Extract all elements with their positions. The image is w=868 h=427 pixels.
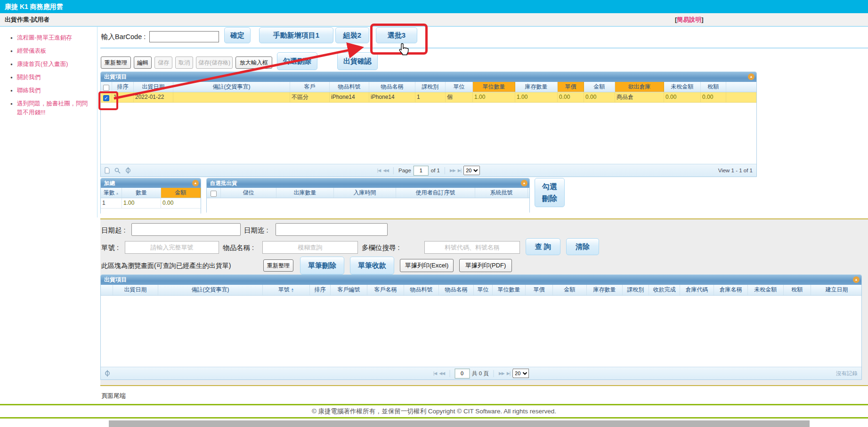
- column-header[interactable]: 儲位: [221, 188, 276, 198]
- select-all-checkbox[interactable]: [103, 85, 109, 91]
- column-header[interactable]: 備註(交貨事宜): [158, 285, 263, 295]
- column-header[interactable]: 單價: [558, 82, 584, 92]
- column-header[interactable]: 倉庫代碼: [680, 285, 714, 295]
- single-receive-button[interactable]: 單筆收款: [350, 257, 394, 274]
- confirm-button[interactable]: 確定: [224, 27, 251, 43]
- column-header[interactable]: 單位數量: [493, 285, 526, 295]
- edit-button[interactable]: 編輯: [134, 56, 152, 69]
- column-header[interactable]: 客戶名稱: [367, 285, 404, 295]
- column-header[interactable]: 未稅金額: [748, 285, 784, 295]
- prev-page-icon[interactable]: ◀◀: [383, 168, 389, 173]
- column-header[interactable]: 客戶編號: [331, 285, 367, 295]
- column-header[interactable]: 課稅別: [415, 82, 446, 92]
- search-icon[interactable]: [114, 167, 121, 174]
- assemble-button[interactable]: 組裝2: [335, 27, 369, 43]
- first-page-icon[interactable]: |◀: [377, 168, 381, 173]
- save-cell-button[interactable]: 儲存(儲存格): [196, 56, 233, 69]
- column-header[interactable]: 單位: [474, 285, 493, 295]
- batch-check-delete-button[interactable]: 勾選刪除: [535, 178, 565, 207]
- column-header[interactable]: 系統批號: [475, 188, 528, 198]
- column-header[interactable]: 欲出倉庫: [615, 82, 664, 92]
- column-header[interactable]: 庫存數量: [587, 285, 623, 295]
- order-no-input[interactable]: [125, 241, 219, 254]
- print-excel-button[interactable]: 單據列印(Excel): [400, 259, 454, 272]
- column-header[interactable]: 物品名稱: [439, 285, 474, 295]
- sidebar-item-dashboard[interactable]: ●經營儀表板: [10, 47, 93, 56]
- column-header[interactable]: 金額: [553, 285, 587, 295]
- item-name-input[interactable]: [262, 241, 358, 254]
- cancel-button[interactable]: 取消: [175, 56, 193, 69]
- column-header[interactable]: 出貨日期: [134, 82, 173, 92]
- multi-search-input[interactable]: [424, 241, 520, 254]
- collapse-icon[interactable]: ▴: [748, 73, 754, 80]
- sidebar-item-facebook-group[interactable]: ●遇到問題，臉書社團，問問題不用錢!!!: [10, 99, 93, 117]
- column-header[interactable]: 收款完成: [649, 285, 680, 295]
- table-row[interactable]: 1 1.00 0.00: [101, 198, 201, 209]
- sidebar-item-about[interactable]: ●關於我們: [10, 73, 93, 82]
- column-header[interactable]: 入庫時間: [334, 188, 396, 198]
- collapse-icon[interactable]: ▴: [192, 180, 199, 186]
- column-header[interactable]: 筆數▲: [101, 188, 122, 198]
- date-from-input[interactable]: [131, 223, 241, 236]
- column-header[interactable]: 物品料號: [330, 82, 369, 92]
- collapse-icon[interactable]: ▴: [521, 180, 527, 186]
- column-header[interactable]: 稅額: [701, 82, 726, 92]
- refresh-icon[interactable]: [125, 167, 131, 174]
- column-header[interactable]: 備註(交貨事宜): [173, 82, 290, 92]
- refresh-button[interactable]: 重新整理: [101, 56, 131, 69]
- column-header[interactable]: 單號▲▼: [263, 285, 310, 295]
- column-header[interactable]: 排序: [112, 82, 134, 92]
- column-header[interactable]: 金額: [161, 188, 201, 198]
- refresh-icon[interactable]: [104, 370, 111, 377]
- column-header[interactable]: 倉庫名稱: [714, 285, 748, 295]
- next-page-icon[interactable]: ▶▶: [499, 371, 504, 376]
- collapse-icon[interactable]: ▴: [853, 276, 860, 283]
- column-header[interactable]: 未稅金額: [664, 82, 701, 92]
- ship-confirm-button[interactable]: 出貨確認: [337, 52, 378, 70]
- add-record-icon[interactable]: [104, 167, 110, 174]
- simple-help-link[interactable]: [簡易說明]: [675, 13, 704, 26]
- table-row[interactable]: ✓ 1 2022-01-22 不區分 iPhone14 iPhone14 1 個…: [101, 92, 756, 103]
- first-page-icon[interactable]: |◀: [433, 371, 437, 376]
- clear-button[interactable]: 清除: [566, 238, 599, 255]
- sidebar-item-home[interactable]: ●康捷首頁(登入畫面): [10, 60, 93, 69]
- page-size-select[interactable]: 20: [463, 166, 480, 175]
- next-page-icon[interactable]: ▶▶: [450, 168, 455, 173]
- browse-refresh-button[interactable]: 重新整理: [263, 259, 293, 272]
- barcode-input[interactable]: [149, 31, 219, 42]
- pick-batch-button[interactable]: 選批3: [376, 27, 417, 43]
- select-all-checkbox[interactable]: [211, 191, 217, 197]
- save-button[interactable]: 儲存: [154, 56, 172, 69]
- column-header[interactable]: 單位: [446, 82, 473, 92]
- check-delete-button[interactable]: 勾選刪除: [277, 52, 317, 70]
- page-number-input[interactable]: [414, 166, 429, 176]
- row-checkbox[interactable]: ✓: [103, 95, 109, 101]
- column-header[interactable]: 物品料號: [404, 285, 439, 295]
- column-header[interactable]: 單位數量: [473, 82, 515, 92]
- print-pdf-button[interactable]: 單據列印(PDF): [459, 259, 512, 272]
- column-header[interactable]: 庫存數量: [515, 82, 558, 92]
- column-header[interactable]: 數量: [122, 188, 161, 198]
- column-header[interactable]: 金額: [584, 82, 615, 92]
- column-header[interactable]: 建立日期: [811, 285, 862, 295]
- sidebar-item-contact[interactable]: ●聯絡我們: [10, 86, 93, 95]
- single-delete-button[interactable]: 單筆刪除: [300, 257, 344, 274]
- query-button[interactable]: 查 詢: [526, 238, 560, 255]
- column-header[interactable]: 出庫數量: [276, 188, 334, 198]
- column-header[interactable]: 物品名稱: [369, 82, 415, 92]
- page-size-select[interactable]: 20: [512, 369, 529, 378]
- prev-page-icon[interactable]: ◀◀: [439, 371, 445, 376]
- column-header[interactable]: 稅額: [784, 285, 811, 295]
- enlarge-input-button[interactable]: 放大輸入框: [235, 56, 272, 69]
- column-header[interactable]: 出貨日期: [113, 285, 158, 295]
- column-header[interactable]: 課稅別: [623, 285, 649, 295]
- column-header[interactable]: 使用者自訂序號: [396, 188, 475, 198]
- column-header[interactable]: 排序: [310, 285, 331, 295]
- date-to-input[interactable]: [276, 223, 388, 236]
- page-number-input[interactable]: [454, 369, 470, 379]
- column-header[interactable]: 客戶: [290, 82, 330, 92]
- manual-add-item-button[interactable]: 手動新增項目1: [259, 27, 333, 43]
- sidebar-item-flowchart[interactable]: ●流程圖-簡單王進銷存: [10, 33, 93, 42]
- last-page-icon[interactable]: ▶|: [507, 371, 510, 376]
- column-header[interactable]: 單價: [526, 285, 553, 295]
